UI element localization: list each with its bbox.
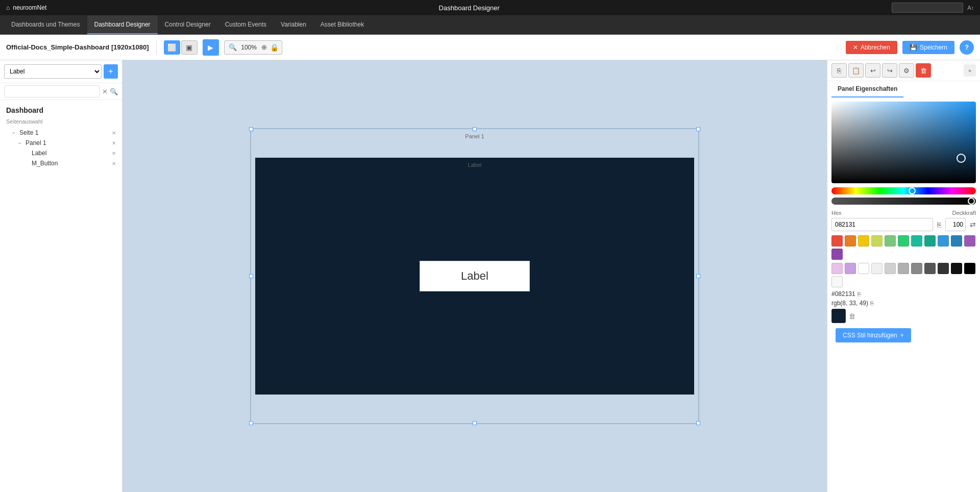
opacity-input[interactable] (945, 218, 966, 231)
swatch-gray2[interactable] (898, 263, 909, 274)
swatch-green[interactable] (898, 235, 909, 247)
zoom-in-button[interactable]: ⊕ (260, 43, 268, 51)
view-btn-desktop[interactable]: ⬜ (164, 40, 180, 55)
swatch-gray4[interactable] (924, 263, 936, 274)
play-button[interactable]: ▶ (203, 39, 219, 56)
help-button[interactable]: ? (960, 40, 974, 55)
rp-undo-button[interactable]: ↩ (865, 63, 880, 78)
recent-colors: 🗑 (831, 309, 976, 323)
canvas-area: Panel 1 Label Label (122, 60, 827, 492)
rgb-display-row: rgb(8, 33, 49) ⎘ (831, 300, 976, 307)
swatch-red[interactable] (831, 235, 843, 247)
swatch-lilac[interactable] (845, 263, 856, 274)
handle-tl[interactable] (249, 127, 253, 131)
right-panel-toolbar: ⎘ 📋 ↩ ↪ ⚙ 🗑 » (827, 60, 980, 81)
swatch-gray3[interactable] (911, 263, 922, 274)
swatch-lime[interactable] (871, 235, 883, 247)
tree-item-panel1[interactable]: − Panel 1 ✕ (0, 138, 122, 148)
recent-swatch-1[interactable] (831, 309, 846, 323)
opacity-swap-button[interactable]: ⇄ (970, 220, 976, 229)
lock-button[interactable]: 🔒 (270, 43, 279, 52)
delete-recent-button[interactable]: 🗑 (849, 312, 855, 320)
zoom-out-button[interactable]: 🔍 (228, 43, 238, 51)
swatch-black[interactable] (964, 263, 975, 274)
rp-copy-button[interactable]: ⎘ (831, 63, 847, 78)
nav-item-control-designer[interactable]: Control Designer (158, 15, 218, 34)
remove-panel1-button[interactable]: ✕ (112, 140, 116, 146)
tree-label-panel1: Panel 1 (26, 139, 112, 146)
swatch-yellow[interactable] (858, 235, 869, 247)
rp-paste-button[interactable]: 📋 (848, 63, 864, 78)
swatches-row-1 (831, 235, 976, 260)
rp-expand-button[interactable]: » (964, 64, 976, 77)
hue-bar[interactable] (831, 187, 976, 194)
nav-item-custom-events[interactable]: Custom Events (218, 15, 274, 34)
cancel-button[interactable]: ✕ Abbrechen (846, 41, 897, 54)
remove-seite1-button[interactable]: ✕ (112, 130, 116, 136)
rp-redo-button[interactable]: ↪ (882, 63, 897, 78)
swatch-darkpurple[interactable] (831, 249, 843, 260)
alpha-bar[interactable] (831, 198, 976, 205)
add-element-button[interactable]: + (104, 64, 118, 79)
zoom-group: 🔍 100% ⊕ 🔒 (224, 40, 282, 55)
panel-tab[interactable]: Panel Eigenschaften (831, 81, 903, 97)
rp-settings-button[interactable]: ⚙ (899, 63, 914, 78)
swatches-row-2 (831, 263, 976, 287)
nav-item-dashboards[interactable]: Dashboards und Themes (4, 15, 87, 34)
swatch-purple[interactable] (964, 235, 975, 247)
swatch-lavender[interactable] (831, 263, 843, 274)
swatch-gray1[interactable] (885, 263, 896, 274)
clear-search-button[interactable]: ✕ (102, 88, 108, 95)
label-selector: Label + (0, 60, 122, 83)
element-type-select[interactable]: Label (4, 64, 102, 79)
nav-item-variablen[interactable]: Variablen (274, 15, 313, 34)
swatch-lightgray[interactable] (871, 263, 883, 274)
save-icon: 💾 (910, 44, 917, 51)
nav-item-dashboard-designer[interactable]: Dashboard Designer (87, 15, 158, 34)
handle-ml[interactable] (249, 274, 253, 278)
view-btn-split[interactable]: ▣ (181, 40, 198, 55)
search-input[interactable] (4, 85, 100, 97)
top-bar-input[interactable] (892, 3, 963, 13)
top-bar-icon: A↕ (967, 5, 974, 11)
hex-display-copy[interactable]: ⎘ (857, 291, 861, 297)
right-panel: ⎘ 📋 ↩ ↪ ⚙ 🗑 » Panel Eigenschaften (827, 60, 980, 492)
rgb-display-copy[interactable]: ⎘ (870, 300, 874, 306)
hex-copy-button[interactable]: ⎘ (937, 221, 941, 229)
tree-item-mbutton[interactable]: M_Button ✕ (0, 158, 122, 168)
handle-bc[interactable] (473, 421, 477, 425)
remove-label-button[interactable]: ✕ (112, 151, 116, 156)
handle-mr[interactable] (696, 274, 700, 278)
hex-input[interactable] (831, 218, 933, 231)
rp-delete-button[interactable]: 🗑 (916, 63, 931, 78)
hex-opacity-labels: Hex Deckkraft (831, 210, 976, 216)
handle-tr[interactable] (696, 127, 700, 131)
swatch-offwhite[interactable] (831, 276, 843, 287)
swatch-lightgreen[interactable] (885, 235, 896, 247)
swatch-nearblack[interactable] (951, 263, 962, 274)
handle-br[interactable] (696, 421, 700, 425)
handle-tc[interactable] (473, 127, 477, 131)
swatch-darkblue[interactable] (951, 235, 962, 247)
swatch-blue[interactable] (938, 235, 949, 247)
remove-mbutton-button[interactable]: ✕ (112, 161, 116, 166)
handle-bl[interactable] (249, 421, 253, 425)
swatch-darkteal[interactable] (924, 235, 936, 247)
save-button[interactable]: 💾 Speichern (902, 41, 954, 54)
top-bar-left: ⌂ neuroomNet (6, 4, 46, 11)
swatch-teal[interactable] (911, 235, 922, 247)
swatch-darkgray[interactable] (938, 263, 949, 274)
nav-bar: Dashboards und Themes Dashboard Designer… (0, 15, 980, 35)
search-icon-button[interactable]: 🔍 (110, 88, 118, 95)
tree-item-label[interactable]: Label ✕ (0, 148, 122, 158)
nav-item-asset-bibliothek[interactable]: Asset Bibliothek (313, 15, 371, 34)
css-add-button[interactable]: CSS Stil hinzufügen + (836, 328, 911, 342)
swatch-orange[interactable] (845, 235, 856, 247)
toggle-seite1: − (12, 130, 19, 136)
tree-item-seite1[interactable]: − Seite 1 ✕ (0, 128, 122, 138)
search-bar: ✕ 🔍 (0, 83, 122, 100)
label-box[interactable]: Label (420, 261, 530, 291)
app-logo: neuroomNet (13, 4, 46, 11)
gradient-canvas[interactable] (831, 102, 976, 183)
swatch-white[interactable] (858, 263, 869, 274)
